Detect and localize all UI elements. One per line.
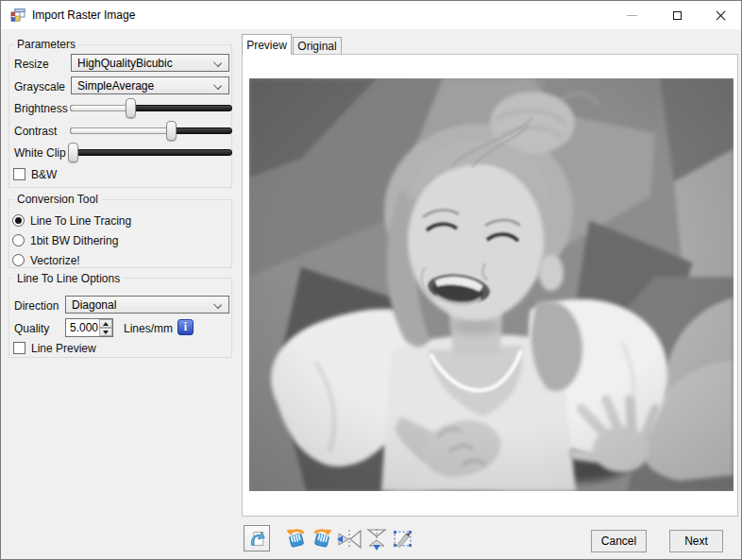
resize-label: Resize [14, 58, 49, 71]
flip-vertical-icon [365, 527, 388, 552]
radio-1bit-bw-dithering-label: 1bit BW Dithering [30, 234, 118, 247]
line-preview-checkbox[interactable] [13, 342, 25, 354]
grayscale-select[interactable]: SimpleAverage [71, 76, 229, 94]
radio-line-to-line-tracing-label: Line To Line Tracing [30, 214, 131, 228]
rotate-right-icon [310, 526, 334, 551]
direction-label: Direction [14, 299, 59, 313]
brightness-label: Brightness [14, 102, 68, 115]
radio-vectorize[interactable] [12, 254, 25, 266]
quality-label: Quality [14, 322, 49, 335]
slider-thumb[interactable] [166, 121, 177, 141]
bw-label: B&W [31, 168, 57, 181]
cancel-button[interactable]: Cancel [591, 530, 647, 552]
tab-original[interactable]: Original [293, 37, 342, 55]
white-clip-slider[interactable] [70, 143, 232, 162]
resize-value: HighQualityBicubic [77, 57, 173, 70]
line-options-group-title: Line To Line Options [13, 272, 124, 285]
info-icon[interactable]: i [177, 319, 194, 335]
close-button[interactable] [700, 1, 742, 29]
maximize-button[interactable] [656, 1, 699, 29]
quality-up-button[interactable] [99, 319, 112, 328]
quality-unit-label: Lines/mm [124, 322, 173, 335]
chevron-down-icon [213, 81, 222, 90]
radio-line-to-line-tracing[interactable] [12, 214, 25, 227]
resize-select[interactable]: HighQualityBicubic [71, 54, 229, 72]
conversion-tool-group-title: Conversion Tool [13, 193, 102, 206]
crop-image-button[interactable] [389, 526, 416, 552]
flip-vertical-button[interactable] [363, 527, 390, 552]
slider-thumb[interactable] [126, 98, 136, 118]
direction-select[interactable]: Diagonal [65, 296, 229, 314]
flip-horizontal-button[interactable] [335, 527, 363, 552]
grayscale-label: Grayscale [14, 80, 65, 93]
rotate-left-icon [284, 526, 309, 551]
crop-image-icon [391, 527, 414, 551]
quality-value: 5.000 [66, 319, 99, 336]
minimize-button[interactable] [611, 1, 653, 29]
page-title: Import Raster Image [32, 8, 135, 22]
brightness-slider[interactable] [70, 98, 232, 118]
next-button[interactable]: Next [669, 530, 723, 552]
white-clip-label: White Clip [14, 146, 66, 160]
quality-stepper[interactable]: 5.000 [65, 318, 113, 337]
close-icon [716, 10, 726, 21]
quality-down-button[interactable] [99, 328, 112, 336]
up-arrow-icon [103, 322, 109, 326]
bw-checkbox[interactable] [13, 168, 25, 180]
contrast-slider[interactable] [70, 121, 232, 141]
tab-preview[interactable]: Preview [242, 34, 292, 55]
maximize-icon [673, 11, 682, 20]
direction-value: Diagonal [72, 298, 116, 312]
chevron-down-icon [213, 59, 222, 67]
contrast-label: Contrast [14, 125, 57, 138]
chevron-down-icon [213, 300, 222, 309]
slider-thumb[interactable] [68, 143, 78, 162]
import-raster-dialog: Import Raster Image Parameters Resize Hi… [0, 0, 742, 560]
minimize-icon [627, 15, 637, 16]
down-arrow-icon [103, 331, 109, 334]
radio-vectorize-label: Vectorize! [30, 254, 80, 267]
titlebar: Import Raster Image [1, 1, 741, 29]
grayscale-value: SimpleAverage [77, 79, 154, 93]
revert-image-button[interactable] [244, 525, 270, 552]
radio-1bit-bw-dithering[interactable] [12, 234, 25, 246]
revert-image-icon [246, 528, 267, 549]
flip-horizontal-icon [336, 528, 363, 551]
line-preview-label: Line Preview [31, 342, 96, 355]
app-icon [10, 8, 25, 23]
rotate-left-button[interactable] [283, 525, 310, 552]
preview-photo [249, 78, 734, 491]
parameters-group-title: Parameters [13, 38, 79, 51]
rotate-right-button[interactable] [309, 525, 335, 552]
